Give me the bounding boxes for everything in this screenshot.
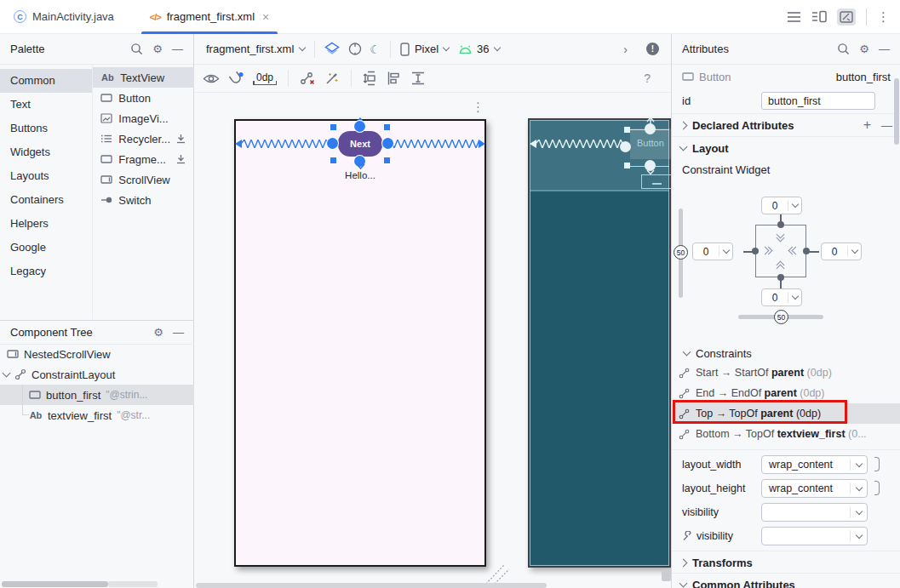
infer-constraints-icon[interactable] (324, 71, 340, 86)
palette-category-layouts[interactable]: Layouts (0, 164, 92, 188)
palette-category-widgets[interactable]: Widgets (0, 140, 92, 164)
constraint-row-top[interactable]: Top → TopOf parent (0dp) (672, 403, 900, 424)
gear-icon[interactable]: ⚙ (153, 326, 163, 339)
view-options-icon[interactable] (324, 42, 341, 56)
margin-start-selector[interactable]: 0 (692, 243, 733, 260)
palette-scrollbar[interactable] (2, 581, 108, 587)
device-selector[interactable]: Pixel (400, 43, 449, 56)
canvas-overflow-menu-icon[interactable]: ⋮ (472, 100, 484, 115)
code-view-icon[interactable] (787, 11, 801, 23)
layout-width-selector[interactable]: wrap_content (761, 455, 868, 474)
constraints-section[interactable]: Constraints (672, 342, 900, 364)
constraint-mode-horizontal-icon[interactable] (762, 248, 771, 254)
palette-category-common[interactable]: Common (0, 69, 92, 93)
chevron-down-icon[interactable] (3, 369, 11, 378)
design-view-device[interactable]: Next Hello... (234, 119, 486, 567)
resize-handle-bottom-right[interactable] (384, 157, 390, 163)
palette-category-buttons[interactable]: Buttons (0, 117, 92, 140)
add-attribute-icon[interactable]: + (863, 117, 871, 133)
constraint-row-bottom[interactable]: Bottom → TopOf textview_first (0... (672, 424, 900, 444)
canvas-horizontal-scrollbar[interactable] (196, 583, 547, 588)
view-options-eye-icon[interactable] (203, 72, 220, 85)
palette-item-textview[interactable]: Ab TextView (93, 67, 194, 88)
palette-item-scrollview[interactable]: ScrollView (93, 169, 194, 190)
palette-item-fragmentcontainerview[interactable]: Fragme... (93, 149, 194, 169)
tree-item-constraintlayout[interactable]: ConstraintLayout (0, 364, 194, 385)
palette-scrollbar-segment[interactable] (108, 581, 158, 587)
tab-mainactivity-java[interactable]: C MainActivity.java (5, 0, 123, 34)
constraint-mode-vertical-icon[interactable] (777, 231, 783, 241)
close-tab-icon[interactable]: × (262, 10, 269, 24)
layout-file-selector[interactable]: fragment_first.xml (206, 43, 305, 55)
orientation-icon[interactable] (347, 42, 363, 56)
canvas-scrollbar-corner[interactable] (662, 569, 671, 581)
anchor-top[interactable] (354, 121, 365, 132)
resize-handle[interactable] (624, 127, 630, 133)
constraint-mode-vertical-icon[interactable] (777, 262, 783, 271)
margin-top-selector[interactable]: 0 (761, 197, 802, 214)
constraint-anchor-top[interactable] (777, 221, 784, 228)
selected-widget-bounds[interactable]: Next (333, 127, 387, 161)
tab-fragment-first-xml[interactable]: </> fragment_first.xml × (141, 0, 278, 34)
common-attributes-section[interactable]: Common Attributes (672, 574, 900, 588)
visibility-selector[interactable] (761, 503, 868, 522)
palette-item-imageview[interactable]: ImageVi... (93, 108, 194, 128)
palette-category-containers[interactable]: Containers (0, 188, 92, 212)
anchor-end[interactable] (382, 138, 393, 149)
issue-panel-icon[interactable]: ! (646, 43, 659, 55)
tree-item-button-first[interactable]: button_first "@strin... (0, 385, 194, 405)
gear-icon[interactable]: ⚙ (859, 43, 869, 55)
pack-vertical-icon[interactable] (363, 71, 378, 86)
search-icon[interactable] (837, 43, 850, 55)
layout-canvas[interactable]: ⋮ Next (194, 93, 671, 588)
autoconnect-icon[interactable] (228, 71, 244, 86)
attributes-scrollbar[interactable] (894, 78, 899, 145)
default-margin-selector[interactable]: 0dp (253, 71, 277, 85)
split-view-icon[interactable] (811, 10, 827, 23)
palette-category-text[interactable]: Text (0, 93, 92, 117)
palette-item-switch[interactable]: Switch (93, 190, 194, 210)
transforms-section[interactable]: Transforms (672, 551, 900, 574)
resize-handle-bottom-left[interactable] (330, 157, 336, 163)
night-mode-icon[interactable]: ☾ (370, 43, 381, 56)
constraint-anchor-start[interactable] (752, 248, 759, 254)
constraint-anchor-bottom[interactable] (777, 274, 784, 281)
more-options-icon[interactable]: ⋮ (877, 9, 890, 25)
declared-attributes-section[interactable]: Declared Attributes + — (672, 114, 900, 136)
button-widget[interactable]: Next (338, 131, 382, 157)
remove-attribute-icon[interactable]: — (881, 119, 892, 132)
palette-item-button[interactable]: Button (93, 88, 194, 108)
clear-constraints-icon[interactable] (300, 71, 316, 86)
constraint-row-start[interactable]: Start → StartOf parent (0dp) (672, 363, 900, 383)
search-icon[interactable] (130, 43, 143, 55)
tree-item-nestedscrollview[interactable]: NestedScrollView (0, 344, 194, 364)
palette-category-helpers[interactable]: Helpers (0, 212, 92, 236)
constraint-anchor-end[interactable] (803, 248, 810, 254)
constraint-mode-horizontal-icon[interactable] (789, 248, 799, 254)
palette-category-google[interactable]: Google (0, 236, 92, 260)
margin-bottom-selector[interactable]: 0 (761, 288, 802, 306)
horizontal-bias-value[interactable]: 50 (774, 310, 788, 324)
textview-widget[interactable]: Hello... (236, 170, 484, 180)
expand-toolbar-icon[interactable]: › (623, 43, 628, 56)
align-icon[interactable] (387, 71, 402, 86)
blueprint-view-device[interactable]: Button (528, 118, 671, 568)
constraint-row-end[interactable]: End → EndOf parent (0dp) (672, 383, 900, 403)
palette-category-legacy[interactable]: Legacy (0, 260, 92, 283)
anchor-start[interactable] (327, 138, 338, 149)
anchor-start[interactable] (620, 141, 631, 152)
id-input[interactable] (761, 92, 875, 110)
guidelines-icon[interactable] (410, 71, 426, 86)
resize-handle[interactable] (624, 163, 630, 168)
api-level-selector[interactable]: 36 (459, 43, 499, 55)
resize-handle-top-right[interactable] (384, 124, 390, 130)
design-view-icon[interactable] (837, 9, 856, 26)
tree-item-textview-first[interactable]: Ab textview_first "@str... (0, 405, 194, 425)
palette-item-recyclerview[interactable]: Recycler... (93, 128, 194, 149)
tools-visibility-selector[interactable] (761, 527, 868, 545)
textview-widget-blueprint[interactable] (641, 174, 671, 189)
resize-handle-top-left[interactable] (330, 124, 336, 130)
gear-icon[interactable]: ⚙ (152, 43, 163, 55)
hide-panel-icon[interactable]: — (173, 326, 184, 339)
layout-height-selector[interactable]: wrap_content (761, 479, 868, 498)
